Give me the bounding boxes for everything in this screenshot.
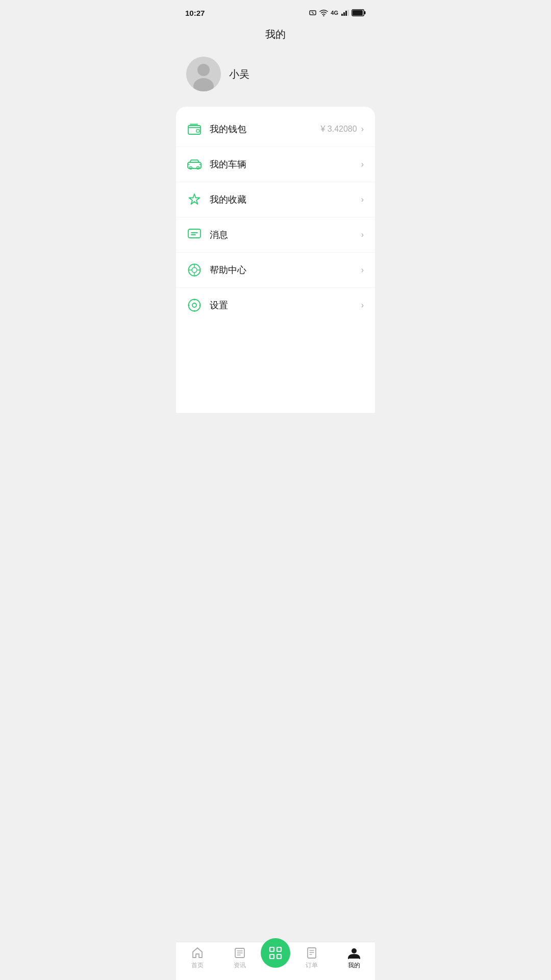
help-label: 帮助中心 bbox=[210, 264, 361, 276]
favorites-chevron: › bbox=[361, 195, 364, 204]
svg-rect-8 bbox=[353, 10, 363, 15]
svg-rect-3 bbox=[343, 12, 345, 16]
content-card: 我的钱包 ¥ 3.42080 › 我的车辆 › 我的收藏 › bbox=[176, 107, 375, 413]
page-title: 我的 bbox=[176, 28, 375, 41]
svg-point-21 bbox=[189, 300, 201, 311]
menu-item-settings[interactable]: 设置 › bbox=[176, 288, 375, 323]
settings-label: 设置 bbox=[210, 299, 361, 311]
svg-point-1 bbox=[323, 15, 324, 16]
svg-rect-28 bbox=[277, 947, 281, 951]
vehicle-label: 我的车辆 bbox=[210, 158, 361, 170]
mine-icon bbox=[347, 946, 361, 960]
signal-icon bbox=[341, 10, 349, 16]
nav-label-mine: 我的 bbox=[348, 961, 360, 970]
username: 小吴 bbox=[229, 67, 249, 81]
svg-rect-29 bbox=[270, 954, 274, 959]
menu-item-favorites[interactable]: 我的收藏 › bbox=[176, 182, 375, 217]
svg-point-22 bbox=[194, 299, 195, 301]
nav-label-orders: 订单 bbox=[306, 961, 318, 970]
wallet-label: 我的钱包 bbox=[210, 123, 320, 135]
page-header: 我的 bbox=[176, 22, 375, 52]
vehicle-chevron: › bbox=[361, 160, 364, 169]
car-icon bbox=[187, 157, 202, 172]
nav-item-scan[interactable] bbox=[261, 948, 290, 968]
wallet-value: ¥ 3.42080 bbox=[320, 125, 357, 134]
settings-icon bbox=[187, 298, 202, 312]
wifi-icon bbox=[319, 9, 328, 16]
nav-label-home: 首页 bbox=[191, 961, 204, 970]
svg-point-15 bbox=[190, 167, 192, 169]
settings-chevron: › bbox=[361, 301, 364, 310]
messages-chevron: › bbox=[361, 230, 364, 239]
svg-point-16 bbox=[197, 167, 199, 169]
news-icon bbox=[233, 946, 246, 960]
scan-button[interactable] bbox=[261, 938, 290, 968]
wallet-icon bbox=[187, 122, 202, 136]
svg-rect-7 bbox=[364, 11, 366, 14]
nav-item-mine[interactable]: 我的 bbox=[333, 946, 375, 970]
svg-point-19 bbox=[192, 267, 197, 273]
svg-point-20 bbox=[192, 303, 196, 307]
help-icon bbox=[187, 263, 202, 277]
nav-label-news: 资讯 bbox=[234, 961, 246, 970]
svg-rect-4 bbox=[345, 11, 347, 16]
profile-section: 小吴 bbox=[176, 52, 375, 107]
svg-rect-31 bbox=[308, 948, 316, 958]
nav-item-news[interactable]: 资讯 bbox=[218, 946, 261, 970]
status-bar: 10:27 4G bbox=[176, 0, 375, 22]
svg-rect-2 bbox=[341, 14, 343, 16]
status-time: 10:27 bbox=[185, 9, 205, 17]
svg-rect-17 bbox=[188, 229, 201, 238]
svg-point-24 bbox=[188, 305, 190, 306]
menu-item-messages[interactable]: 消息 › bbox=[176, 217, 375, 253]
svg-rect-30 bbox=[277, 954, 281, 959]
nav-item-orders[interactable]: 订单 bbox=[290, 946, 333, 970]
nav-item-home[interactable]: 首页 bbox=[176, 946, 218, 970]
avatar-image bbox=[186, 57, 221, 91]
svg-rect-5 bbox=[347, 10, 349, 16]
bottom-navigation: 首页 资讯 订单 bbox=[176, 942, 375, 980]
battery-icon bbox=[352, 9, 366, 16]
menu-item-wallet[interactable]: 我的钱包 ¥ 3.42080 › bbox=[176, 112, 375, 147]
status-icons: 4G bbox=[309, 9, 366, 17]
scan-icon bbox=[268, 945, 283, 961]
svg-rect-13 bbox=[196, 130, 199, 132]
svg-point-32 bbox=[352, 948, 357, 953]
orders-icon bbox=[305, 946, 318, 960]
favorites-label: 我的收藏 bbox=[210, 193, 361, 206]
avatar[interactable] bbox=[186, 57, 221, 91]
menu-item-help[interactable]: 帮助中心 › bbox=[176, 253, 375, 288]
wallet-chevron: › bbox=[361, 125, 364, 134]
svg-point-25 bbox=[199, 305, 201, 306]
signal-type: 4G bbox=[331, 10, 338, 16]
star-icon bbox=[187, 192, 202, 207]
svg-point-10 bbox=[197, 64, 210, 76]
menu-item-vehicle[interactable]: 我的车辆 › bbox=[176, 147, 375, 182]
nfc-icon bbox=[309, 9, 317, 17]
home-icon bbox=[191, 946, 204, 960]
svg-rect-27 bbox=[270, 947, 274, 951]
message-icon bbox=[187, 228, 202, 242]
messages-label: 消息 bbox=[210, 229, 361, 241]
help-chevron: › bbox=[361, 265, 364, 275]
svg-point-23 bbox=[194, 310, 195, 312]
